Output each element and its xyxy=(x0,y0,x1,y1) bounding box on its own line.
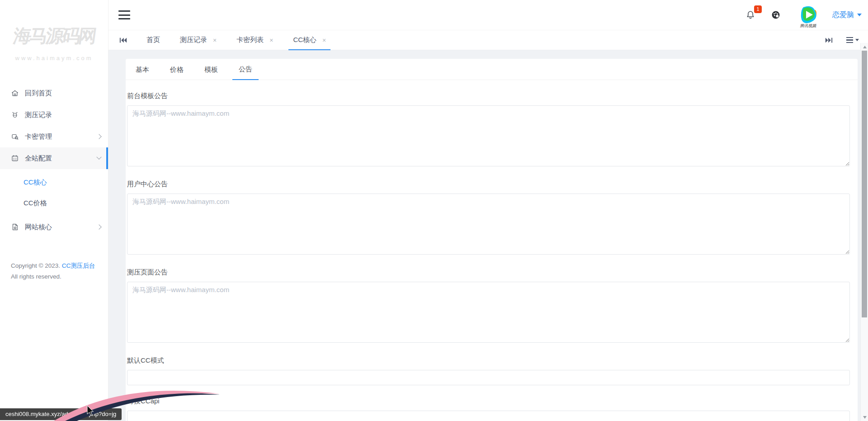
nav-tab-label: 卡密列表 xyxy=(236,36,264,44)
nav-tab-records[interactable]: 测压记录 × xyxy=(175,30,221,50)
sidebar-item-home[interactable]: 回到首页 xyxy=(0,82,108,104)
content-area: 基本 价格 模板 公告 前台模板公告 xyxy=(108,50,868,421)
tab-basic[interactable]: 基本 xyxy=(129,59,156,80)
header-actions: 1 xyxy=(745,2,862,28)
close-tab-icon[interactable]: × xyxy=(269,37,273,43)
brand-watermark-title: 海马源码网 xyxy=(12,24,97,48)
top-header: 1 xyxy=(108,0,868,30)
site-config-icon xyxy=(11,154,19,162)
settings-card: 基本 价格 模板 公告 前台模板公告 xyxy=(126,59,858,421)
form-group: 测压页面公告 xyxy=(127,268,850,345)
notification-badge: 1 xyxy=(754,5,762,13)
arrow-up-icon xyxy=(863,46,867,48)
nav-tab-label: CC核心 xyxy=(293,36,316,44)
theme-button[interactable] xyxy=(770,9,782,21)
form-group: 默认CC模式 xyxy=(127,356,850,385)
chevron-right-icon xyxy=(96,134,101,139)
sidebar-item-records[interactable]: 测压记录 xyxy=(0,104,108,126)
palette-icon xyxy=(771,10,781,20)
sidebar-submenu: CC核心 CC价格 xyxy=(0,169,108,216)
sidebar-item-site-core[interactable]: 网站核心 xyxy=(0,216,108,238)
main-column: 1 xyxy=(108,0,868,421)
chevron-down-icon xyxy=(96,155,101,160)
tab-options-dropdown[interactable] xyxy=(846,37,859,43)
sidebar-subitem-label: CC核心 xyxy=(24,178,47,187)
tab-label: 公告 xyxy=(239,65,252,74)
stress-page-announcement-textarea[interactable] xyxy=(127,282,850,343)
tab-label: 模板 xyxy=(204,66,218,74)
copyright-rights: All rights reserved. xyxy=(11,271,103,282)
home-icon xyxy=(11,89,19,97)
form-group: 前台模板公告 xyxy=(127,92,850,168)
tab-label: 价格 xyxy=(170,66,184,74)
tab-template[interactable]: 模板 xyxy=(198,59,224,80)
list-icon xyxy=(846,37,853,43)
sidebar-subitem-label: CC价格 xyxy=(24,199,47,208)
front-template-announcement-textarea[interactable] xyxy=(127,105,850,166)
sidebar-item-label: 卡密管理 xyxy=(25,132,97,141)
scrollbar-up-button[interactable] xyxy=(861,43,868,51)
sidebar-item-label: 全站配置 xyxy=(25,154,97,163)
sidebar-item-label: 回到首页 xyxy=(25,89,101,98)
nav-tab-home[interactable]: 首页 xyxy=(142,30,165,50)
sidebar: 海马源码网 www.haimaym.com 回到首页 测压记录 卡密管 xyxy=(0,0,108,421)
default-cc-mode-input[interactable] xyxy=(127,370,850,385)
tag-nav-right xyxy=(825,37,859,44)
sidebar-subitem-cc-core[interactable]: CC核心 xyxy=(0,172,108,193)
announcement-form: 前台模板公告 用户中心公告 测压页面公告 默认CC模式 xyxy=(126,80,858,421)
vertical-scrollbar[interactable] xyxy=(860,43,868,421)
field-label: 用户中心公告 xyxy=(127,180,850,189)
sidebar-item-label: 网站核心 xyxy=(25,223,97,232)
user-center-announcement-textarea[interactable] xyxy=(127,194,850,255)
caret-down-icon xyxy=(855,39,859,41)
close-tab-icon[interactable]: × xyxy=(213,37,217,43)
tab-announcement[interactable]: 公告 xyxy=(232,59,259,80)
status-url-tooltip: ceshi008.mykate.xyz/admin/set.php?do=jg xyxy=(0,408,122,420)
settings-tabs: 基本 价格 模板 公告 xyxy=(126,59,858,80)
field-label: 对接CCapi xyxy=(127,397,850,406)
scroll-tabs-right-button[interactable] xyxy=(825,37,835,44)
user-menu[interactable]: 恋爱脑 xyxy=(832,10,862,20)
avatar[interactable]: 腾讯视频 xyxy=(795,2,821,28)
arrow-down-icon xyxy=(863,416,867,419)
avatar-caption: 腾讯视频 xyxy=(800,23,817,29)
form-group: 用户中心公告 xyxy=(127,180,850,256)
tencent-video-logo-icon xyxy=(797,4,819,26)
field-label: 测压页面公告 xyxy=(127,268,850,277)
cc-api-input[interactable] xyxy=(127,411,850,421)
tab-label: 基本 xyxy=(136,66,149,74)
sidebar-menu: 回到首页 测压记录 卡密管理 全站配置 xyxy=(0,82,108,238)
scrollbar-down-button[interactable] xyxy=(861,413,868,421)
copyright-text: Copyright © 2023. xyxy=(11,262,60,269)
stress-records-icon xyxy=(11,111,19,119)
sidebar-item-label: 测压记录 xyxy=(25,111,101,119)
sidebar-item-site-config[interactable]: 全站配置 xyxy=(0,147,108,169)
app-root: 海马源码网 www.haimaym.com 回到首页 测压记录 卡密管 xyxy=(0,0,868,421)
notifications-button[interactable]: 1 xyxy=(745,9,756,21)
tab-price[interactable]: 价格 xyxy=(164,59,190,80)
site-core-icon xyxy=(11,223,19,231)
field-label: 默认CC模式 xyxy=(127,356,850,365)
nav-tab-card-list[interactable]: 卡密列表 × xyxy=(232,30,278,50)
close-tab-icon[interactable]: × xyxy=(322,37,326,43)
tag-nav-bar: 首页 测压记录 × 卡密列表 × CC核心 × xyxy=(108,30,868,50)
card-key-icon xyxy=(11,132,19,141)
field-label: 前台模板公告 xyxy=(127,92,850,100)
form-group: 对接CCapi xyxy=(127,397,850,421)
nav-tab-label: 测压记录 xyxy=(180,36,207,44)
username: 恋爱脑 xyxy=(832,10,854,20)
nav-tabs: 首页 测压记录 × 卡密列表 × CC核心 × xyxy=(142,30,341,50)
chevron-right-icon xyxy=(96,224,101,229)
scrollbar-thumb[interactable] xyxy=(862,51,867,317)
sidebar-toggle-button[interactable] xyxy=(118,10,130,19)
sidebar-subitem-cc-price[interactable]: CC价格 xyxy=(0,193,108,213)
nav-tab-cc-core[interactable]: CC核心 × xyxy=(288,30,330,50)
caret-down-icon xyxy=(857,14,862,16)
brand-watermark: 海马源码网 www.haimaym.com xyxy=(0,0,108,82)
brand-watermark-url: www.haimaym.com xyxy=(15,55,93,61)
scroll-tabs-left-button[interactable] xyxy=(119,37,129,44)
copyright-link[interactable]: CC测压后台 xyxy=(62,262,95,269)
sidebar-item-card-keys[interactable]: 卡密管理 xyxy=(0,126,108,147)
copyright: Copyright © 2023. CC测压后台 All rights rese… xyxy=(11,260,103,282)
nav-tab-label: 首页 xyxy=(146,36,160,44)
